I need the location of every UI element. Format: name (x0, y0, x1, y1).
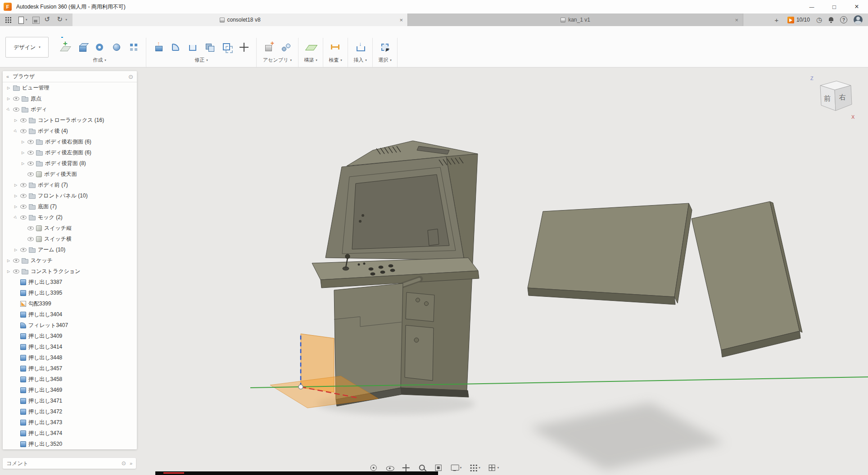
expand-arrow-icon[interactable] (5, 106, 11, 112)
visibility-eye-icon[interactable] (20, 205, 27, 209)
nav-tool[interactable] (450, 463, 462, 472)
nav-tool[interactable] (385, 463, 394, 472)
tool-button[interactable] (59, 40, 72, 54)
nav-tool[interactable] (402, 463, 411, 472)
ribbon-group-label[interactable]: 挿入 (353, 57, 367, 63)
tool-button[interactable] (93, 40, 106, 54)
nav-tool[interactable] (369, 463, 378, 472)
browser-row[interactable]: ボディ後背面 (8) (3, 158, 137, 169)
expand-arrow-icon[interactable] (21, 140, 25, 144)
tool-button[interactable] (220, 40, 234, 54)
ribbon-tab[interactable] (138, 29, 140, 38)
ribbon-group-label[interactable]: 構築 (304, 57, 317, 63)
browser-row[interactable]: 押し出し3448 (3, 352, 137, 363)
browser-row[interactable]: 押し出し3404 (3, 309, 137, 320)
visibility-eye-icon[interactable] (27, 151, 34, 155)
viewcube[interactable]: Z 前 右 X (808, 71, 858, 121)
tool-button[interactable] (110, 40, 123, 54)
visibility-eye-icon[interactable] (27, 140, 34, 144)
expand-arrow-icon[interactable] (14, 194, 18, 198)
expand-arrow-icon[interactable] (6, 86, 11, 90)
browser-row[interactable]: 押し出し3474 (3, 428, 137, 439)
workspace-selector[interactable]: デザイン (5, 37, 49, 58)
expand-arrow-icon[interactable] (21, 161, 25, 166)
close-icon[interactable] (845, 0, 868, 13)
tool-button[interactable] (203, 40, 217, 54)
visibility-eye-icon[interactable] (27, 237, 34, 241)
browser-row[interactable]: 押し出し3458 (3, 374, 137, 385)
tool-button[interactable] (378, 40, 392, 54)
browser-row[interactable]: 勾配3399 (3, 298, 137, 309)
visibility-eye-icon[interactable] (13, 97, 19, 101)
browser-row[interactable]: 押し出し3472 (3, 406, 137, 417)
tool-button[interactable] (127, 40, 140, 54)
visibility-eye-icon[interactable] (20, 194, 27, 198)
browser-row[interactable]: 押し出し3469 (3, 385, 137, 395)
browser-row[interactable]: ボディ後左側面 (6) (3, 147, 137, 158)
expand-arrow-icon[interactable] (14, 205, 18, 209)
quota-badge[interactable]: 10/10 (787, 17, 810, 23)
browser-row[interactable]: スイッチ横 (3, 233, 137, 244)
close-tab-icon[interactable] (399, 17, 403, 23)
browser-row[interactable]: ボディ後天面 (3, 169, 137, 179)
visibility-eye-icon[interactable] (20, 118, 27, 122)
ribbon-group-label[interactable]: アセンブリ (263, 57, 292, 63)
browser-row[interactable]: 原点 (3, 93, 137, 104)
browser-row[interactable]: 押し出し3520 (3, 439, 137, 449)
browser-row[interactable]: 底面 (7) (3, 201, 137, 212)
ribbon-group-label[interactable]: 検査 (329, 57, 342, 63)
visibility-eye-icon[interactable] (20, 129, 27, 133)
help-icon[interactable] (840, 16, 847, 23)
quick-toolbar-button[interactable] (29, 13, 42, 26)
viewport-canvas[interactable]: ブラウザ ビュー管理 原点 ボディ コントローラボックス (16) ボディ後 (… (0, 67, 868, 475)
tool-button[interactable] (353, 40, 367, 54)
tool-button[interactable] (152, 40, 165, 54)
nav-tool[interactable] (488, 463, 499, 472)
browser-row[interactable]: モック (2) (3, 212, 137, 223)
visibility-eye-icon[interactable] (27, 172, 34, 176)
flat-panel-model-2[interactable] (692, 202, 802, 357)
document-tab[interactable]: consolet18 v8 (72, 13, 408, 26)
user-avatar[interactable] (854, 15, 863, 24)
expand-arrow-icon[interactable] (14, 183, 18, 187)
visibility-eye-icon[interactable] (13, 259, 19, 263)
visibility-eye-icon[interactable] (20, 215, 27, 220)
visibility-eye-icon[interactable] (27, 161, 34, 166)
maximize-icon[interactable] (823, 0, 845, 13)
tool-button[interactable] (237, 40, 251, 54)
tool-button[interactable] (262, 40, 276, 54)
browser-row[interactable]: 押し出し3409 (3, 331, 137, 341)
expand-arrow-icon[interactable] (13, 128, 18, 134)
browser-row[interactable]: 押し出し3471 (3, 395, 137, 406)
visibility-eye-icon[interactable] (20, 183, 27, 187)
browser-row[interactable]: アーム (10) (3, 244, 137, 255)
browser-row[interactable]: コントローラボックス (16) (3, 115, 137, 125)
expand-arrow-icon[interactable] (6, 97, 11, 101)
browser-row[interactable]: 押し出し3387 (3, 277, 137, 287)
ribbon-tab[interactable] (107, 29, 109, 38)
browser-row[interactable]: 押し出し3395 (3, 287, 137, 298)
expand-arrow-icon[interactable] (6, 269, 11, 273)
document-tab[interactable]: kan_1 v1 (408, 13, 743, 26)
tool-button[interactable] (76, 40, 89, 54)
nav-tool[interactable] (469, 463, 480, 472)
expand-arrow-icon[interactable] (14, 118, 18, 122)
browser-row[interactable]: ボディ前 (7) (3, 179, 137, 190)
arcade-cabinet-model[interactable] (312, 141, 479, 406)
ribbon-tab[interactable] (77, 29, 78, 38)
expand-arrow-icon[interactable] (21, 151, 25, 155)
ribbon-tab[interactable] (153, 29, 155, 38)
collapse-panel-icon[interactable] (6, 74, 9, 79)
browser-row[interactable]: ビュー管理 (3, 82, 137, 93)
notifications-bell-icon[interactable] (828, 17, 834, 23)
browser-row[interactable]: ボディ後 (4) (3, 125, 137, 136)
browser-row[interactable]: 押し出し3473 (3, 417, 137, 428)
tool-button[interactable] (304, 40, 317, 54)
visibility-eye-icon[interactable] (27, 226, 34, 230)
expand-comment-icon[interactable] (130, 461, 132, 466)
comment-settings-icon[interactable] (122, 460, 126, 466)
browser-row[interactable]: 押し出し3414 (3, 341, 137, 352)
expand-arrow-icon[interactable] (13, 214, 18, 220)
tool-button[interactable] (186, 40, 199, 54)
ribbon-tab[interactable] (122, 29, 124, 38)
